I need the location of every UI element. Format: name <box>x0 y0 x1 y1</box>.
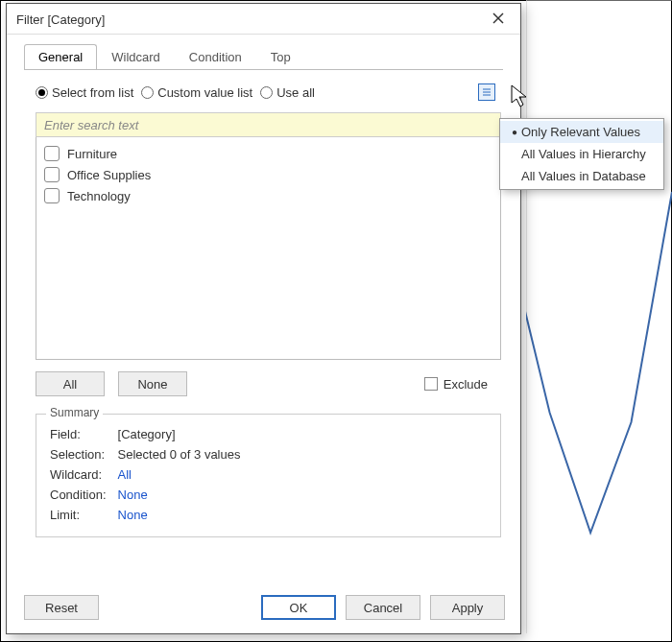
list-item[interactable]: Furniture <box>44 143 492 164</box>
dropdown-item-all-database[interactable]: All Values in Database <box>500 165 663 187</box>
summary-condition-link[interactable]: None <box>118 485 252 505</box>
dropdown-item-label: Only Relevant Values <box>521 125 640 139</box>
summary-field-value: [Category] <box>118 424 252 444</box>
titlebar: Filter [Category] <box>7 4 520 35</box>
checkbox-icon <box>44 146 60 161</box>
checkbox-icon <box>44 167 60 182</box>
list-item-label: Furniture <box>67 147 117 161</box>
tab-general[interactable]: General <box>24 44 97 70</box>
tab-bar: General Wildcard Condition Top <box>7 35 520 69</box>
values-list[interactable]: Furniture Office Supplies Technology <box>36 137 501 360</box>
tab-label: Top <box>271 50 291 64</box>
values-menu-button[interactable] <box>478 83 495 101</box>
summary-wildcard-link[interactable]: All <box>118 464 252 485</box>
search-input[interactable]: Enter search text <box>36 112 501 137</box>
radio-label: Select from list <box>52 85 133 100</box>
radio-custom-value-list[interactable]: Custom value list <box>141 85 252 100</box>
dialog-title: Filter [Category] <box>16 12 105 27</box>
radio-use-all[interactable]: Use all <box>260 85 315 100</box>
list-item[interactable]: Office Supplies <box>44 164 492 185</box>
dropdown-item-only-relevant[interactable]: ● Only Relevant Values <box>500 121 663 143</box>
ok-button[interactable]: OK <box>261 595 336 620</box>
summary-selection-label: Selection: <box>50 444 118 464</box>
tab-label: Wildcard <box>111 50 160 64</box>
radio-group-source: Select from list Custom value list Use a… <box>36 85 319 100</box>
radio-icon <box>260 86 273 99</box>
summary-wildcard-label: Wildcard: <box>50 464 118 485</box>
exclude-checkbox[interactable]: Exclude <box>424 377 501 392</box>
summary-panel: Summary Field: [Category] Selection: Sel… <box>36 414 501 537</box>
tab-top[interactable]: Top <box>256 44 305 70</box>
close-button[interactable] <box>486 10 511 30</box>
radio-icon <box>36 86 48 99</box>
background-line-chart <box>526 0 672 633</box>
dropdown-item-label: All Values in Database <box>521 169 646 183</box>
tab-condition[interactable]: Condition <box>175 44 256 70</box>
tab-wildcard[interactable]: Wildcard <box>97 44 175 70</box>
tab-label: Condition <box>189 50 242 64</box>
reset-button[interactable]: Reset <box>24 595 99 620</box>
apply-button[interactable]: Apply <box>430 595 505 620</box>
list-icon <box>482 87 492 97</box>
filter-dialog: Filter [Category] General Wildcard Condi… <box>6 3 521 634</box>
checkbox-icon <box>44 188 60 203</box>
cursor-icon <box>511 84 530 112</box>
summary-selection-value: Selected 0 of 3 values <box>118 444 252 464</box>
radio-select-from-list[interactable]: Select from list <box>36 85 133 100</box>
dropdown-item-label: All Values in Hierarchy <box>521 147 646 161</box>
list-item-label: Office Supplies <box>67 168 151 182</box>
summary-title: Summary <box>46 406 103 419</box>
cancel-button[interactable]: Cancel <box>346 595 420 620</box>
summary-limit-label: Limit: <box>50 505 118 525</box>
select-none-button[interactable]: None <box>118 371 187 396</box>
list-item[interactable]: Technology <box>44 185 492 206</box>
summary-limit-link[interactable]: None <box>118 505 252 525</box>
radio-icon <box>141 86 154 99</box>
dropdown-item-all-hierarchy[interactable]: All Values in Hierarchy <box>500 143 663 165</box>
radio-label: Custom value list <box>157 85 252 100</box>
checkbox-icon <box>424 377 438 391</box>
summary-condition-label: Condition: <box>50 485 118 505</box>
tab-label: General <box>38 50 83 64</box>
close-icon <box>492 12 505 25</box>
search-placeholder: Enter search text <box>44 118 138 132</box>
bullet-icon: ● <box>508 127 521 137</box>
values-dropdown: ● Only Relevant Values All Values in Hie… <box>499 118 664 190</box>
select-all-button[interactable]: All <box>36 371 105 396</box>
radio-label: Use all <box>276 85 315 100</box>
list-item-label: Technology <box>67 189 131 203</box>
summary-field-label: Field: <box>50 424 118 444</box>
exclude-label: Exclude <box>444 377 488 392</box>
